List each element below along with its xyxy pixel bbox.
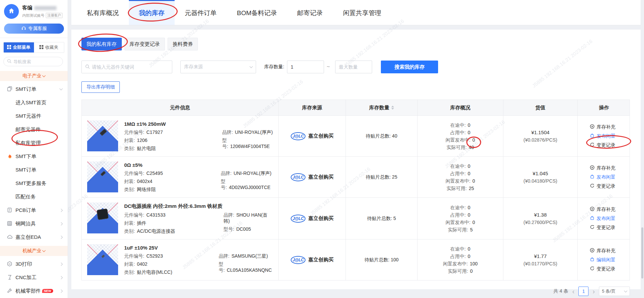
part-number: 元件编号:C52923	[124, 253, 219, 259]
tab-private-lib-overview[interactable]: 私有库概况	[77, 0, 129, 25]
publish-idle-action[interactable]: 发布闲置	[590, 133, 615, 139]
component-image[interactable]	[87, 244, 118, 275]
sidebar-item-smt-order-list[interactable]: SMT订单	[0, 163, 68, 177]
col-value: 货值	[503, 100, 578, 115]
table-row: 0Ω ±5% 元件编号:C25495 封装:0402x4 类别:网络排阻 品牌:…	[82, 156, 630, 197]
source-cell: J@LC 嘉立创购买	[279, 157, 346, 197]
sort-icon[interactable]	[391, 106, 394, 110]
page-scrollbar[interactable]	[641, 227, 643, 278]
next-page-icon[interactable]: ›	[592, 288, 596, 295]
bag-icon	[590, 216, 595, 221]
qty-max-input[interactable]	[339, 64, 369, 70]
table-row: 1MΩ ±1% 250mW 元件编号:C17927 封装:1206 类别:贴片电…	[82, 115, 630, 156]
part-number: 元件编号:C17927	[124, 129, 222, 136]
restock-action[interactable]: 库存补充	[590, 207, 615, 213]
publish-idle-action[interactable]: 发布闲置	[590, 174, 615, 180]
bag-icon	[590, 257, 595, 263]
sidebar-item-mech-parts[interactable]: 机械零部件 NEW	[0, 284, 68, 298]
value-cell: ¥1.77 (¥0.01770/PCS)	[503, 239, 578, 280]
component-title: 1MΩ ±1% 250mW	[124, 121, 273, 127]
package: 封装:插件	[124, 220, 223, 226]
change-records-action[interactable]: 变更记录	[590, 183, 615, 189]
component-title: 1uF ±10% 25V	[124, 245, 273, 251]
tab-bom-records[interactable]: BOM备料记录	[227, 0, 287, 25]
page-size-select[interactable]: 5 条/页	[599, 287, 630, 296]
col-overview: 库存概况	[418, 100, 503, 115]
sidebar-item-smt-components[interactable]: SMT元器件	[0, 109, 68, 123]
sidebar-item-smt-place-order[interactable]: SMT下单	[0, 150, 68, 163]
change-records-action[interactable]: 变更记录	[590, 142, 615, 148]
qty-min-field[interactable]	[287, 61, 324, 73]
section-electronics[interactable]: 电子产业	[0, 71, 68, 81]
qty-min-input[interactable]	[291, 64, 321, 70]
sidebar-item-private-lib-mgmt[interactable]: 私有库管理	[0, 136, 68, 150]
plus-circle-icon	[590, 207, 595, 212]
publish-idle-action[interactable]: 发布闲置	[590, 216, 615, 222]
tab-favorites[interactable]: 收藏夹	[34, 42, 64, 52]
category: 类别:网络排阻	[124, 187, 221, 193]
edit-idle-action[interactable]: 编辑闲置	[590, 257, 615, 263]
fire-icon	[7, 153, 13, 159]
category: 类别:贴片电容(MLCC)	[124, 269, 219, 275]
user-id-redacted	[34, 6, 57, 10]
inventory-source-select[interactable]: 库存来源	[180, 61, 256, 73]
plus-circle-icon	[590, 124, 595, 130]
total-count: 共 4 条	[553, 288, 568, 294]
model: 型号:1206W4F1004T5E	[222, 138, 273, 150]
sidebar-item-mail-components[interactable]: 邮寄元器件	[0, 123, 68, 136]
actions-cell: 库存补充 发布闲置 变更记录	[578, 116, 630, 156]
export-inventory-button[interactable]: 导出库存明细	[81, 81, 120, 93]
plus-circle-icon	[590, 248, 595, 254]
dedicated-service-button[interactable]: 专属客服	[4, 24, 64, 34]
user-badge: 注册客户	[46, 13, 63, 18]
col-component-info: 元件信息	[82, 100, 279, 115]
restock-action[interactable]: 库存补充	[590, 124, 615, 130]
search-inventory-button[interactable]: 搜索我的库存	[381, 61, 438, 73]
tab-idle-sharing[interactable]: 闲置共享管理	[333, 0, 391, 25]
quantity-cell: 待贴片总数: 5	[346, 198, 418, 239]
sidebar-item-smt-home[interactable]: 进入SMT首页	[0, 96, 68, 109]
qty-max-field[interactable]	[335, 61, 372, 73]
brand: 品牌:SHOU HAN(首韩)	[223, 212, 273, 224]
nav-search[interactable]	[3, 57, 63, 66]
component-image[interactable]	[87, 161, 118, 192]
sidebar-item-match-task[interactable]: 匹配任务	[0, 190, 68, 203]
subtab-inventory-change-records[interactable]: 库存变更记录	[124, 38, 165, 50]
chevron-down-icon	[42, 74, 46, 77]
tab-my-inventory[interactable]: 我的库存	[129, 0, 175, 25]
keyword-search-input[interactable]	[92, 64, 166, 70]
nav-search-input[interactable]	[13, 59, 54, 64]
section-mechanical[interactable]: 机械产业	[0, 246, 68, 256]
private-inventory-page: J5885 192.168.16.21 2023-02-16 J5885 192…	[0, 0, 644, 298]
restock-action[interactable]: 库存补充	[590, 165, 615, 171]
subtab-my-private-inventory[interactable]: 我的私有库存	[81, 38, 122, 50]
sidebar-item-smt-more[interactable]: SMT更多服务	[0, 177, 68, 190]
tab-all-menu[interactable]: 全部菜单	[4, 42, 34, 52]
model: 型号:DC005	[223, 226, 273, 232]
page-number[interactable]: 1	[578, 287, 588, 296]
tab-mail-records[interactable]: 邮寄记录	[287, 0, 333, 25]
sidebar-item-smt-orders-group[interactable]: SMT订单	[0, 82, 68, 96]
avatar[interactable]	[4, 4, 19, 19]
sidebar-item-pcb-orders[interactable]: PCB订单	[0, 203, 68, 217]
bag-icon	[590, 133, 595, 139]
subtab-material-coupon[interactable]: 换料费券	[168, 38, 198, 50]
sidebar-item-3d-print[interactable]: 3D 3D打印	[0, 257, 68, 271]
component-image[interactable]	[87, 202, 118, 233]
sidebar-item-jlc-eda[interactable]: 嘉立创EDA	[0, 230, 68, 244]
package: 封装:1206	[124, 138, 222, 144]
change-records-action[interactable]: 变更记录	[590, 225, 615, 231]
change-records-action[interactable]: 变更记录	[590, 266, 615, 272]
prev-page-icon[interactable]: ‹	[572, 288, 575, 295]
grid-icon	[39, 45, 43, 50]
package: 封装:0402	[124, 261, 219, 267]
keyword-search-field[interactable]	[81, 61, 172, 73]
tab-component-orders[interactable]: 元器件订单	[175, 0, 227, 25]
component-photo-part	[101, 255, 105, 258]
restock-action[interactable]: 库存补充	[590, 248, 615, 254]
sidebar-item-stencil[interactable]: 钢网治具	[0, 217, 68, 230]
sidebar-item-cnc[interactable]: CNC加工	[0, 271, 68, 284]
part-number: 元件编号:C431533	[124, 212, 223, 218]
wrench-icon	[7, 288, 13, 294]
component-image[interactable]	[87, 120, 118, 151]
